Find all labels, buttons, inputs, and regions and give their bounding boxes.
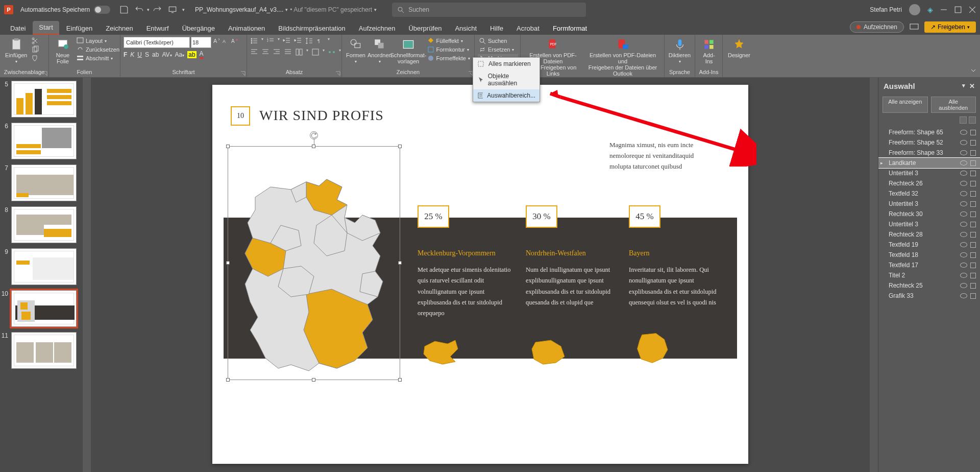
text-align-vert-icon[interactable] (311, 48, 320, 56)
selection-pane-dropdown-icon[interactable]: ▾ (962, 82, 965, 90)
autosave-toggle[interactable]: Automatisches Speichern (20, 6, 110, 14)
tab-ansicht[interactable]: Ansicht (449, 22, 483, 35)
increase-font-icon[interactable]: A (212, 37, 220, 45)
tab-uebergaenge[interactable]: Übergänge (176, 22, 221, 35)
underline-button[interactable]: U (137, 51, 142, 58)
resize-handle-s[interactable] (312, 378, 315, 382)
object-item[interactable]: Textfeld 32 (878, 188, 980, 199)
shape-fill-button[interactable]: Fülleffekt ▾ (426, 37, 472, 45)
lock-icon[interactable] (970, 150, 976, 156)
maximize-icon[interactable] (954, 6, 962, 13)
shapes-button[interactable]: Formen▾ (345, 37, 366, 65)
visibility-icon[interactable] (960, 263, 967, 268)
select-objects-item[interactable]: Objekte auswählen (473, 70, 540, 89)
select-all-item[interactable]: Alles markieren (473, 58, 540, 70)
share-button[interactable]: ↗Freigeben▾ (924, 21, 976, 33)
tab-start[interactable]: Start (33, 21, 59, 35)
close-icon[interactable] (969, 6, 976, 13)
find-button[interactable]: Suchen (478, 37, 518, 45)
lock-icon[interactable] (970, 140, 976, 146)
object-item[interactable]: Freeform: Shape 65 (878, 127, 980, 137)
avatar[interactable] (909, 4, 920, 15)
align-left-icon[interactable] (250, 48, 258, 56)
object-item[interactable]: Freeform: Shape 33 (878, 148, 980, 158)
resize-handle-n[interactable] (312, 145, 315, 148)
lock-icon[interactable] (970, 273, 976, 278)
lock-icon[interactable] (970, 242, 976, 248)
line-spacing-icon[interactable] (305, 37, 313, 45)
move-up-button[interactable] (960, 116, 967, 124)
lock-icon[interactable] (970, 181, 976, 186)
selection-pane-close-icon[interactable]: ✕ (969, 82, 975, 90)
clear-format-icon[interactable]: A (231, 37, 239, 45)
object-item[interactable]: Textfeld 18 (878, 250, 980, 260)
tab-hilfe[interactable]: Hilfe (484, 22, 509, 35)
search-input[interactable]: Suchen (392, 3, 586, 17)
visibility-icon[interactable] (960, 283, 967, 288)
font-color-button[interactable]: A (200, 50, 204, 59)
visibility-icon[interactable] (960, 273, 967, 278)
slide-thumb-7[interactable] (11, 164, 77, 201)
visibility-icon[interactable] (960, 191, 967, 196)
visibility-icon[interactable] (960, 181, 967, 186)
rotation-handle[interactable] (310, 131, 318, 139)
tab-aufzeichnen[interactable]: Aufzeichnen (353, 22, 402, 35)
lock-icon[interactable] (970, 171, 976, 176)
visibility-icon[interactable] (960, 150, 967, 155)
filename-dropdown[interactable]: ▾ (285, 7, 288, 12)
present-icon[interactable] (168, 5, 177, 14)
undo-dropdown[interactable]: ▾ (147, 7, 150, 12)
tab-animationen[interactable]: Animationen (222, 22, 271, 35)
tab-einfuegen[interactable]: Einfügen (60, 22, 99, 35)
slide-editor[interactable]: 10 WIR SIND PROFIS Magnima ximust, nis e… (91, 78, 870, 472)
paste-button[interactable]: Einfügen ▾ (3, 37, 29, 65)
dictate-button[interactable]: Diktieren▾ (668, 37, 692, 65)
lock-icon[interactable] (970, 201, 976, 207)
visibility-icon[interactable] (960, 201, 967, 206)
resize-handle-w[interactable] (226, 261, 230, 265)
font-launcher-icon[interactable] (240, 71, 246, 76)
spacing-button[interactable]: AV▾ (162, 51, 172, 58)
premium-icon[interactable]: ◈ (927, 6, 933, 14)
resize-handle-sw[interactable] (226, 378, 230, 382)
align-right-icon[interactable] (273, 48, 281, 56)
object-item[interactable]: Textfeld 19 (878, 240, 980, 250)
visibility-icon[interactable] (960, 140, 967, 145)
slide-thumbnails[interactable]: 5 6 7 8 9 10 11 (0, 78, 83, 472)
quickstyles-button[interactable]: Schnellformat- vorlagen (393, 37, 424, 65)
highlight-button[interactable]: ab (187, 51, 196, 58)
visibility-icon[interactable] (960, 160, 967, 166)
toggle-icon[interactable] (94, 6, 110, 14)
copy-icon[interactable] (31, 45, 39, 54)
tab-bildschirm[interactable]: Bildschirmpräsentation (272, 22, 352, 35)
object-item[interactable]: Grafik 33 (878, 291, 980, 301)
lock-icon[interactable] (970, 130, 976, 135)
document-title[interactable]: PP_Wohnungsverkauf_A4_v3.... (195, 6, 283, 13)
indent-dec-icon[interactable] (283, 37, 291, 45)
arrange-button[interactable]: Anordnen▾ (369, 37, 391, 65)
italic-button[interactable]: K (130, 51, 134, 58)
adobe-pdf-outlook-button[interactable]: Erstellen von PDF-Dateien und Freigeben … (584, 37, 661, 78)
decrease-font-icon[interactable]: A (222, 37, 230, 45)
tab-acrobat[interactable]: Acrobat (510, 22, 546, 35)
hide-all-button[interactable]: Alle ausblenden (931, 97, 976, 113)
visibility-icon[interactable] (960, 130, 967, 135)
visibility-icon[interactable] (960, 252, 967, 257)
qat-more[interactable]: ▾ (182, 7, 185, 12)
redo-icon[interactable] (153, 5, 162, 14)
font-size-input[interactable] (191, 37, 211, 48)
align-center-icon[interactable] (261, 48, 270, 56)
strikethrough-button[interactable]: S (145, 51, 149, 58)
designer-button[interactable]: Designer (726, 37, 752, 59)
object-item[interactable]: Rechteck 28 (878, 229, 980, 240)
addins-button[interactable]: Add- Ins (698, 37, 720, 65)
resize-handle-ne[interactable] (398, 145, 402, 148)
tab-ueberpruefen[interactable]: Überprüfen (402, 22, 448, 35)
numbering-icon[interactable]: 12 (266, 37, 275, 45)
undo-icon[interactable] (135, 5, 144, 14)
tab-formformat[interactable]: Formformat (547, 22, 593, 35)
layout-button[interactable]: Layout ▾ (76, 37, 120, 45)
clipboard-launcher-icon[interactable] (42, 71, 47, 76)
case-button[interactable]: Aa▾ (175, 51, 185, 58)
selection-box[interactable] (228, 146, 400, 380)
